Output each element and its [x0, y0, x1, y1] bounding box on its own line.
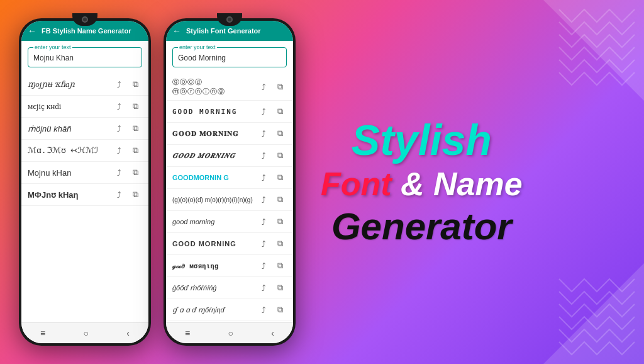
- share-button[interactable]: ⤴: [112, 144, 126, 157]
- font-text: ℳα.ℑℳʊ ↢ℋℳℐ: [28, 145, 112, 156]
- brand-ampersand-name: & Name: [392, 166, 523, 202]
- copy-button[interactable]: ⧉: [273, 215, 287, 229]
- back-icon-2[interactable]: ‹: [271, 328, 274, 338]
- list-item: ɱojɲʉ ҡɦaɲ ⤴ ⧉: [21, 74, 148, 96]
- list-item: GOODMORNIN G ⤴ ⧉: [166, 167, 293, 189]
- camera-dot: [82, 16, 88, 23]
- camera-dot-2: [226, 16, 233, 23]
- font-actions: ⤴ ⧉: [257, 281, 287, 295]
- copy-button[interactable]: ⧉: [128, 77, 142, 91]
- font-text: мєjiç кнdi: [28, 101, 112, 111]
- copy-button[interactable]: ⧉: [128, 188, 142, 202]
- font-actions: ⤴ ⧉: [112, 144, 142, 157]
- font-actions: ⤴ ⧉: [112, 122, 142, 135]
- copy-button[interactable]: ⧉: [273, 149, 287, 162]
- back-arrow-icon[interactable]: ←: [28, 26, 36, 36]
- share-button[interactable]: ⤴: [257, 127, 270, 140]
- copy-button[interactable]: ⧉: [273, 303, 287, 317]
- phone-1-input[interactable]: [33, 54, 136, 62]
- copy-button[interactable]: ⧉: [273, 237, 287, 251]
- phone-1-bottom-nav: ≡ ○ ‹: [21, 322, 148, 343]
- share-button[interactable]: ⤴: [257, 80, 270, 94]
- share-button[interactable]: ⤴: [257, 237, 270, 251]
- font-actions: ⤴ ⧉: [112, 77, 142, 91]
- phone-2-input-section: enter your text: [166, 41, 293, 71]
- share-button[interactable]: ⤴: [257, 215, 270, 229]
- share-button[interactable]: ⤴: [112, 122, 126, 135]
- list-item: MФJnʊ kHaη ⤴ ⧉: [21, 184, 148, 206]
- font-text: 𝐆𝐎𝐎𝐃 𝐌𝐎𝐑𝐍𝐈𝐍𝐆: [172, 130, 257, 138]
- phone-1-font-list: ɱojɲʉ ҡɦaɲ ⤴ ⧉ мєjiç кнdi ⤴ ⧉ ṁöjnü khäñ…: [21, 71, 148, 322]
- font-actions: ⤴ ⧉: [112, 188, 142, 202]
- copy-button[interactable]: ⧉: [273, 80, 287, 94]
- copy-button[interactable]: ⧉: [128, 166, 142, 179]
- deco-bottom-right: [543, 263, 644, 364]
- font-text: ɠ ɑ ɑ ď ɱőŕηίηď: [172, 306, 257, 314]
- share-button[interactable]: ⤴: [257, 105, 270, 118]
- menu-icon[interactable]: ≡: [40, 328, 45, 338]
- phone-2-bottom-nav: ≡ ○ ‹: [166, 322, 293, 343]
- share-button[interactable]: ⤴: [112, 77, 126, 91]
- share-button[interactable]: ⤴: [112, 188, 126, 202]
- share-button[interactable]: ⤴: [112, 166, 126, 179]
- phone-2-text-field: enter your text: [172, 47, 287, 67]
- copy-button[interactable]: ⧉: [273, 281, 287, 295]
- list-item: ṁöjnü khäñ ⤴ ⧉: [21, 118, 148, 140]
- font-text: Mojnu kHan: [28, 168, 112, 178]
- font-text: MФJnʊ kHaη: [28, 190, 112, 200]
- list-item: ℳα.ℑℳʊ ↢ℋℳℐ ⤴ ⧉: [21, 140, 148, 162]
- copy-button[interactable]: ⧉: [273, 193, 287, 207]
- list-item: Mojnu kHan ⤴ ⧉: [21, 162, 148, 184]
- home-icon-2[interactable]: ○: [228, 328, 233, 338]
- copy-button[interactable]: ⧉: [128, 100, 142, 113]
- brand-generator: Generator: [331, 208, 512, 246]
- phone-2: ← Stylish Font Generator enter your text…: [164, 18, 296, 346]
- home-icon[interactable]: ○: [84, 328, 89, 338]
- share-button[interactable]: ⤴: [257, 171, 270, 185]
- back-arrow-icon-2[interactable]: ←: [172, 26, 181, 36]
- phones-container: ← FB Stylish Name Generator enter your t…: [0, 0, 548, 364]
- font-text: (g)(o)(o)(d) m(o)(r)(n)(i)(n)(g): [172, 196, 257, 203]
- font-actions: ⤴ ⧉: [257, 127, 287, 140]
- copy-button[interactable]: ⧉: [128, 144, 142, 157]
- list-item: ġőőď ṁőŕńíńġ ⤴ ⧉: [166, 277, 293, 299]
- share-button[interactable]: ⤴: [112, 100, 126, 113]
- font-actions: ⤴ ⧉: [112, 100, 142, 113]
- zigzag-bottom-right: [553, 273, 641, 361]
- font-text: ṁöjnü khäñ: [28, 124, 112, 134]
- list-item: ɠ ɑ ɑ ď ɱőŕηίηď ⤴ ⧉: [166, 299, 293, 321]
- phone-1-input-section: enter your text: [21, 41, 148, 71]
- font-actions: ⤴ ⧉: [257, 259, 287, 273]
- font-text: ⓖⓞⓞⓓ ⓜⓞⓡⓝⓘⓝⓖ: [172, 77, 257, 96]
- copy-button[interactable]: ⧉: [128, 122, 142, 135]
- font-actions: ⤴ ⧉: [257, 215, 287, 229]
- font-actions: ⤴ ⧉: [257, 80, 287, 94]
- phone-2-font-list: ⓖⓞⓞⓓ ⓜⓞⓡⓝⓘⓝⓖ ⤴ ⧉ GOOD MORNING ⤴ ⧉ 𝐆𝐎𝐎𝐃 𝐌…: [166, 71, 293, 322]
- copy-button[interactable]: ⧉: [273, 259, 287, 273]
- zigzag-top-right: [553, 3, 641, 91]
- list-item: ℊℴℴ∂ мσяηιηg ⤴ ⧉: [166, 255, 293, 277]
- list-item: мєjiç кнdi ⤴ ⧉: [21, 96, 148, 118]
- share-button[interactable]: ⤴: [257, 149, 270, 162]
- font-text: good morning: [172, 218, 257, 225]
- phone-2-input[interactable]: [178, 54, 281, 62]
- brand-stylish: Stylish: [352, 118, 492, 161]
- copy-button[interactable]: ⧉: [273, 171, 287, 185]
- share-button[interactable]: ⤴: [257, 303, 270, 317]
- menu-icon-2[interactable]: ≡: [185, 328, 190, 338]
- font-actions: ⤴ ⧉: [257, 149, 287, 162]
- brand-font-name: Font & Name: [321, 166, 523, 202]
- font-actions: ⤴ ⧉: [257, 237, 287, 251]
- copy-button[interactable]: ⧉: [273, 127, 287, 140]
- font-text: GOOD MORNING: [172, 240, 257, 247]
- copy-button[interactable]: ⧉: [273, 105, 287, 118]
- phone-1-title: FB Stylish Name Generator: [42, 27, 131, 35]
- font-text: ɱojɲʉ ҡɦaɲ: [28, 79, 112, 89]
- back-icon[interactable]: ‹: [126, 328, 130, 338]
- phone-1: ← FB Stylish Name Generator enter your t…: [19, 18, 151, 346]
- share-button[interactable]: ⤴: [257, 193, 270, 207]
- share-button[interactable]: ⤴: [257, 281, 270, 295]
- share-button[interactable]: ⤴: [257, 259, 270, 273]
- phone-2-input-label: enter your text: [178, 44, 217, 50]
- list-item: ⓖⓞⓞⓓ ⓜⓞⓡⓝⓘⓝⓖ ⤴ ⧉: [166, 74, 293, 101]
